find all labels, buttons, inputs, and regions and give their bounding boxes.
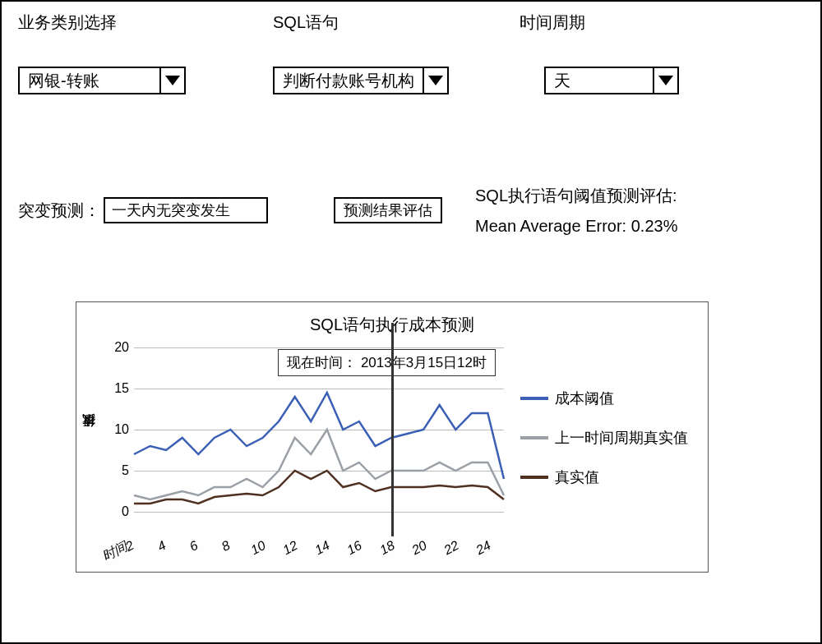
- label-time-period: 时间周期: [520, 12, 585, 34]
- chart-x-tick: 8: [219, 538, 233, 554]
- chart-container: SQL语句执行成本预测 执行成本 05101520 现在时间： 2013年3月1…: [76, 301, 709, 573]
- chart-now-line: [391, 323, 394, 536]
- label-business-category: 业务类别选择: [18, 12, 273, 34]
- legend-label: 上一时间周期真实值: [555, 428, 688, 448]
- chart-y-tick: 5: [122, 463, 129, 478]
- svg-marker-1: [428, 76, 443, 85]
- chart-x-tick: 20: [409, 538, 429, 558]
- legend-label: 成本阈值: [555, 389, 614, 408]
- chart-y-tick: 20: [114, 340, 129, 355]
- legend-swatch-icon: [520, 436, 548, 439]
- select-sql-value: 判断付款账号机构: [275, 68, 423, 93]
- legend-label: 真实值: [555, 467, 599, 487]
- chevron-down-icon: [423, 68, 447, 93]
- mutation-prediction-label: 突变预测：: [18, 200, 100, 222]
- chart-x-tick: 6: [187, 538, 200, 554]
- chart-legend-item: 上一时间周期真实值: [520, 428, 701, 448]
- chart-x-tick: 12: [280, 538, 300, 558]
- chart-x-tick: 10: [248, 538, 268, 558]
- select-period-value: 天: [546, 68, 653, 93]
- chart-x-tick: 4: [155, 538, 168, 554]
- evaluation-error: Mean Average Error: 0.23%: [475, 217, 677, 236]
- svg-marker-2: [658, 76, 673, 85]
- chart-y-axis-label: 执行成本: [76, 339, 101, 536]
- select-sql-statement[interactable]: 判断付款账号机构: [273, 67, 449, 94]
- chevron-down-icon: [653, 68, 677, 93]
- chevron-down-icon: [159, 68, 184, 93]
- chart-y-tick: 15: [114, 381, 129, 396]
- evaluation-title: SQL执行语句阈值预测评估:: [475, 185, 677, 207]
- label-sql-statement: SQL语句: [273, 12, 520, 34]
- select-business-category[interactable]: 网银-转账: [18, 67, 186, 94]
- chart-x-axis: 时间24681012141618202224: [109, 536, 520, 569]
- select-business-value: 网银-转账: [20, 68, 159, 93]
- chart-y-tick: 10: [114, 422, 129, 437]
- svg-marker-0: [165, 76, 180, 85]
- legend-swatch-icon: [520, 476, 548, 479]
- select-time-period[interactable]: 天: [544, 67, 679, 94]
- chart-legend-item: 真实值: [520, 467, 701, 487]
- chart-x-tick: 24: [473, 538, 493, 558]
- chart-x-tick: 18: [377, 538, 397, 558]
- legend-swatch-icon: [520, 397, 548, 400]
- chart-legend: 成本阈值上一时间周期真实值真实值: [512, 339, 701, 536]
- chart-x-tick: 22: [441, 538, 461, 558]
- evaluate-button[interactable]: 预测结果评估: [334, 197, 442, 223]
- chart-now-timestamp: 现在时间： 2013年3月15日12时: [278, 349, 496, 376]
- chart-plot-area: 05101520 现在时间： 2013年3月15日12时: [101, 339, 512, 536]
- mutation-prediction-value[interactable]: 一天内无突变发生: [104, 197, 268, 223]
- chart-x-tick: 14: [313, 538, 333, 558]
- chart-legend-item: 成本阈值: [520, 389, 701, 408]
- chart-x-tick: 16: [345, 538, 365, 558]
- chart-y-tick: 0: [122, 504, 129, 519]
